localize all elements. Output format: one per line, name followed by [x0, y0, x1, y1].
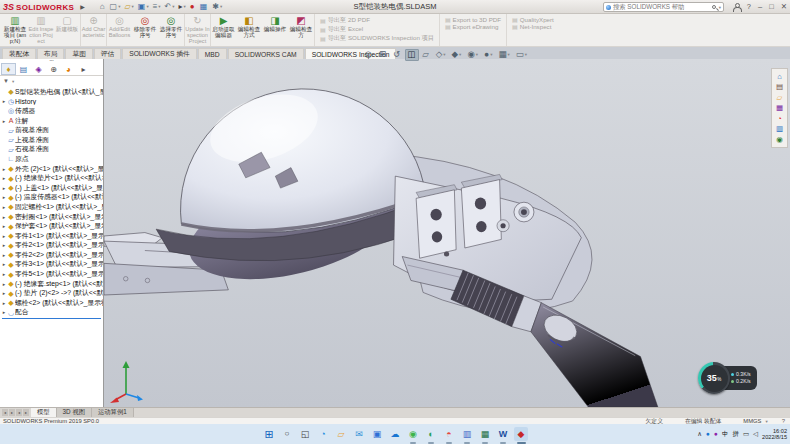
command-manager-tab[interactable]: 装配体: [2, 48, 36, 59]
dynamic-annotation-icon[interactable]: ▱: [420, 49, 433, 61]
store-icon[interactable]: ▣: [370, 427, 384, 441]
resources-home-icon[interactable]: ⌂: [777, 73, 782, 81]
solidworks-taskbar-icon[interactable]: ◆: [514, 427, 528, 441]
close-button[interactable]: ✕: [781, 0, 787, 14]
search-caret-icon[interactable]: ▾: [719, 5, 721, 10]
document-tab[interactable]: 3D 视图: [57, 408, 92, 417]
export-menu-item[interactable]: ▤Export to 3D PDF: [445, 16, 501, 23]
volume-tray-icon[interactable]: ◁: [753, 431, 758, 438]
export-menu-item[interactable]: ▤Net-Inspect: [512, 23, 554, 30]
tab-displaymanager[interactable]: ◕: [61, 63, 76, 75]
onedrive-icon[interactable]: ☁: [388, 427, 402, 441]
onedrive-tray-icon[interactable]: ●: [706, 431, 710, 438]
tree-item[interactable]: ▸ ◆ (-) 绝缘套.step<1> (默认<<默认>: [0, 279, 103, 289]
clock[interactable]: 16:02 2022/8/15: [762, 428, 787, 441]
filter-caret-icon[interactable]: ▾: [12, 79, 14, 84]
tab-dimxpertmanager[interactable]: ⊕: [46, 63, 61, 75]
search-icon[interactable]: [712, 5, 716, 9]
word-icon[interactable]: W: [496, 427, 510, 441]
tree-item[interactable]: ▸ ◆ 零件2<1> (默认<<默认>_显示状: [0, 241, 103, 251]
appearances-scenes-icon[interactable]: ◔: [777, 115, 782, 123]
tab-featuremanager[interactable]: ♦: [1, 63, 16, 75]
tree-item[interactable]: ▱ 前视基准面: [0, 125, 103, 135]
zoom-area-icon[interactable]: ⊞: [376, 49, 389, 61]
view-orientation-icon[interactable]: ◇ ▾: [433, 49, 448, 61]
edge-icon[interactable]: ◔: [316, 427, 330, 441]
login-user-icon[interactable]: [733, 3, 740, 11]
export-menu-item[interactable]: ▤QualityXpert: [512, 16, 554, 23]
tree-item[interactable]: ▸ ◆ 零件1<1> (默认<<默认>_显示状态: [0, 231, 103, 241]
tab-configurationmanager[interactable]: ◈: [31, 63, 46, 75]
document-tab[interactable]: 模型: [31, 408, 57, 417]
tree-item[interactable]: ▸ ◆ (-) 温度传感器<1> (默认<<默认>_: [0, 193, 103, 203]
tree-item[interactable]: ▸ ◆ 零件5<1> (默认<<默认>_显示状: [0, 269, 103, 279]
ime-mode-indicator[interactable]: 中: [722, 431, 729, 438]
memory-gauge[interactable]: 35 %: [698, 362, 730, 394]
new-template-button[interactable]: ▢ 新建模板: [54, 14, 80, 46]
3d-model-canvas[interactable]: [104, 59, 790, 407]
command-manager-tab[interactable]: 草图: [65, 48, 92, 59]
new-document-icon[interactable]: ▢ ▾: [108, 1, 123, 13]
command-manager-tab[interactable]: SOLIDWORKS 插件: [122, 48, 197, 59]
export-menu-item[interactable]: ▤导出至 2D PDF: [320, 16, 434, 25]
apply-scene-icon[interactable]: ▦ ▾: [496, 49, 512, 61]
restore-button[interactable]: □: [769, 0, 774, 14]
search-input[interactable]: 搜索 SOLIDWORKS 帮助 ▾: [603, 2, 724, 12]
tree-item[interactable]: ▸ A 注解: [0, 116, 103, 126]
command-manager-tab[interactable]: 布局: [37, 48, 64, 59]
search-button[interactable]: ○: [280, 427, 294, 441]
view-settings-icon[interactable]: ▭ ▾: [513, 49, 529, 61]
save-icon[interactable]: ▣ ▾: [136, 1, 151, 13]
ime-pinyin-indicator[interactable]: 拼: [732, 431, 739, 438]
edit-inspection-button[interactable]: ◩ 编辑检查方: [288, 14, 314, 46]
design-library-icon[interactable]: ▤: [776, 83, 783, 91]
tree-item[interactable]: ▸ ◆ 保护套<1> (默认<<默认>_显示状: [0, 221, 103, 231]
app-blue-icon[interactable]: ▥: [460, 427, 474, 441]
tree-filter[interactable]: ▼ ▾: [0, 76, 103, 86]
display-style-icon[interactable]: ◆ ▾: [449, 49, 464, 61]
command-manager-tab[interactable]: SOLIDWORKS CAM: [228, 48, 304, 59]
custom-properties-icon[interactable]: ▥: [776, 125, 783, 133]
help-button[interactable]: ?: [747, 0, 751, 14]
section-view-icon[interactable]: ◫: [405, 49, 419, 61]
wechat-icon[interactable]: ◉: [406, 427, 420, 441]
tab-propertymanager[interactable]: ▤: [16, 63, 31, 75]
forum-icon[interactable]: ◉: [776, 136, 783, 144]
edit-operations-button[interactable]: ◨ 编辑操作: [262, 14, 288, 46]
display-tray-icon[interactable]: ▭: [743, 431, 749, 438]
select-icon[interactable]: ▸ ▾: [177, 1, 188, 13]
export-menu-item[interactable]: ▤导出至 Excel: [320, 25, 434, 34]
tray-expand-icon[interactable]: ∧: [697, 431, 702, 438]
tree-item[interactable]: ▱ 右视基准面: [0, 145, 103, 155]
zoom-fit-icon[interactable]: ◎: [362, 49, 375, 61]
security-tray-icon[interactable]: ●: [714, 431, 718, 438]
print-icon[interactable]: ≡ ▾: [151, 1, 163, 13]
tree-item[interactable]: ▸ ◆ 密封圈<1> (默认<<默认>_显示状: [0, 212, 103, 222]
graphics-area[interactable]: [104, 59, 790, 407]
command-manager-tab[interactable]: MBD: [198, 48, 227, 59]
mail-icon[interactable]: ✉: [352, 427, 366, 441]
undo-icon[interactable]: ↶ ▾: [163, 1, 177, 13]
add-characteristic-button[interactable]: ⊕ Add Characteristic: [80, 14, 106, 46]
file-properties-icon[interactable]: ▦: [198, 1, 211, 13]
view-palette-icon[interactable]: ▦: [776, 104, 783, 112]
previous-view-icon[interactable]: ↺: [391, 49, 404, 61]
tree-item[interactable]: ▸ ◆ 螺栓<2> (默认<<默认>_显示状态: [0, 298, 103, 308]
browser2-icon[interactable]: ◓: [442, 427, 456, 441]
menu-flyout-arrow[interactable]: ▶: [80, 3, 85, 10]
launch-extraction-editor-button[interactable]: ▶ 启动提取编辑器: [210, 14, 236, 46]
browser-icon[interactable]: ◐: [424, 427, 438, 441]
tab-scroll-button[interactable]: ▸: [23, 409, 29, 416]
tab-overflow[interactable]: ▸: [76, 63, 91, 75]
excel-icon[interactable]: ▦: [478, 427, 492, 441]
edit-inspection-project-button[interactable]: ▥ Edit Inspection Project: [28, 14, 54, 46]
tab-scroll-button[interactable]: ◂: [16, 409, 22, 416]
tree-item[interactable]: ∟ 原点: [0, 154, 103, 164]
options-icon[interactable]: ✱ ▾: [210, 1, 224, 13]
file-explorer-taskbar-icon[interactable]: ▱: [334, 427, 348, 441]
update-inspection-project-button[interactable]: ↻ Update Inspection Project: [184, 14, 210, 46]
home-icon[interactable]: ⌂: [98, 1, 108, 13]
select-balloons-button[interactable]: ◎ 选择零件序号: [158, 14, 184, 46]
start-button[interactable]: ⊞: [262, 427, 276, 441]
command-manager-tab[interactable]: 评估: [94, 48, 121, 59]
